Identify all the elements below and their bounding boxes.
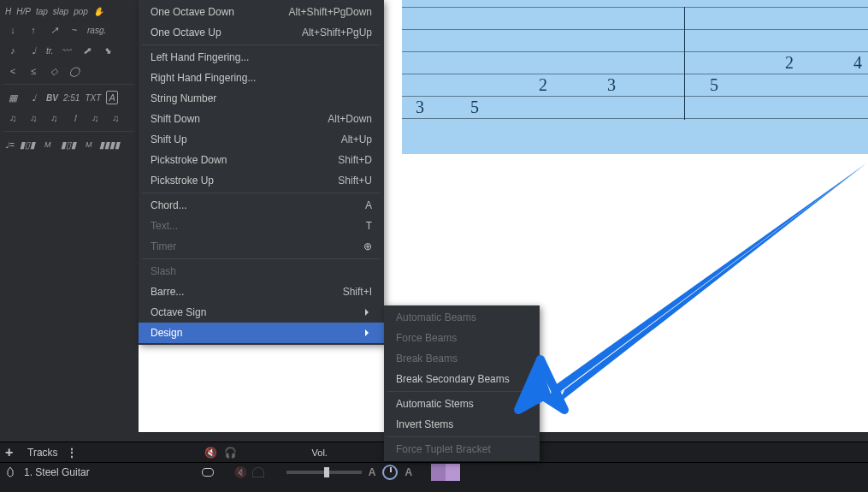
tool-bv[interactable]: BV — [46, 93, 58, 103]
tool-wavy-icon[interactable]: ~ — [67, 23, 82, 37]
tool-beam5-icon[interactable]: ♫ — [108, 111, 123, 125]
tool-note-icon[interactable]: ♩ — [26, 44, 41, 57]
tool-grace-icon[interactable]: ♪ — [5, 44, 21, 57]
tool-trill[interactable]: tr. — [46, 46, 54, 56]
design-submenu: Automatic BeamsForce BeamsBreak BeamsBre… — [384, 305, 540, 461]
tab-note[interactable]: 5 — [470, 98, 479, 117]
barline — [684, 7, 685, 120]
submenu-item-automatic-beams: Automatic Beams — [384, 307, 540, 328]
tab-note[interactable]: 3 — [416, 98, 424, 117]
automation-a-pan[interactable]: A — [404, 466, 412, 478]
add-track-button[interactable]: + — [5, 445, 19, 460]
tool-arpeggio-icon[interactable]: ↗ — [46, 23, 62, 37]
tab-note[interactable]: 5 — [710, 75, 718, 95]
tool-beam3-icon[interactable]: ♫ — [46, 111, 62, 125]
track-region[interactable] — [431, 464, 460, 481]
submenu-item-force-beams: Force Beams — [384, 328, 540, 348]
menu-item-one-octave-down[interactable]: One Octave DownAlt+Shift+PgDown — [139, 2, 384, 22]
tool-quarter-icon[interactable]: ♩ — [26, 91, 41, 104]
tool-accent-icon[interactable]: < — [5, 64, 21, 78]
tool-tempo-icon[interactable]: ♩= — [5, 140, 15, 150]
submenu-item-automatic-stems[interactable]: Automatic Stems — [384, 394, 540, 414]
menu-item-shift-up[interactable]: Shift UpAlt+Up — [139, 129, 384, 150]
menu-item-left-hand-fingering[interactable]: Left Hand Fingering... — [139, 47, 384, 68]
tool-bars3-icon[interactable]: ▮▮▮▮ — [102, 138, 117, 151]
tool-row-1: H H/P tap slap pop ✋ — [3, 3, 135, 20]
menu-item-one-octave-up[interactable]: One Octave UpAlt+Shift+PgUp — [139, 22, 384, 43]
menu-item-right-hand-fingering[interactable]: Right Hand Fingering... — [139, 68, 384, 88]
tool-marcato-icon[interactable]: ≤ — [26, 64, 41, 78]
tool-row-4: < ≤ ◇ ◯ — [3, 61, 135, 81]
track-instrument-icon[interactable] — [5, 466, 17, 478]
left-tool-palette: H H/P tap slap pop ✋ ↓ ↑ ↗ ~ rasg. ♪ ♩ t… — [0, 0, 139, 436]
tool-auto-icon[interactable]: 𝄔 — [67, 111, 82, 125]
menu-item-design[interactable]: Design — [139, 323, 384, 343]
tab-staff-selection[interactable]: 3523524 — [402, 0, 868, 154]
solo-headphone-icon[interactable] — [252, 467, 264, 477]
vol-label: Vol. — [312, 448, 328, 458]
tracks-label: Tracks — [27, 447, 58, 459]
tool-grid-icon[interactable]: ▦ — [5, 91, 21, 104]
tool-harmonic-icon[interactable]: ◇ — [46, 64, 62, 78]
tool-decrescendo-icon[interactable]: ⬊ — [100, 44, 115, 57]
submenu-item-break-beams: Break Beams — [384, 348, 540, 369]
tab-note[interactable]: 4 — [853, 53, 862, 73]
tool-rasg[interactable]: rasg. — [87, 26, 106, 35]
track-name[interactable]: 1. Steel Guitar — [24, 466, 90, 478]
headphone-header-icon: 🎧 — [224, 447, 235, 458]
tool-circle-icon[interactable]: ◯ — [67, 64, 82, 78]
context-menu: One Octave DownAlt+Shift+PgDownOne Octav… — [139, 0, 384, 345]
tool-beam1-icon[interactable]: ♫ — [5, 111, 21, 125]
tool-m1-icon[interactable]: M — [40, 138, 56, 151]
tool-tap[interactable]: tap — [36, 7, 48, 16]
tool-row-3: ♪ ♩ tr. 〰 ⬈ ⬊ — [3, 40, 135, 61]
tool-txt[interactable]: TXT — [85, 93, 101, 103]
menu-item-text: Text...T — [139, 216, 384, 236]
tool-row-6: ♫ ♫ ♫ 𝄔 ♫ ♫ — [3, 108, 135, 128]
tool-stroke-down-icon[interactable]: ↓ — [5, 23, 21, 37]
menu-item-chord[interactable]: Chord...A — [139, 195, 384, 216]
menu-item-timer: Timer⊕ — [139, 236, 384, 257]
tool-pop[interactable]: pop — [74, 7, 88, 16]
pan-knob[interactable] — [382, 465, 398, 480]
menu-item-string-number[interactable]: String Number — [139, 88, 384, 109]
menu-item-barre[interactable]: Barre...Shift+I — [139, 282, 384, 302]
tool-row-7: ♩= ▮▯▮ M ▮▯▮ M ▮▮▮▮ — [3, 134, 135, 155]
track-row-1[interactable]: 1. Steel Guitar 🔇 A A — [0, 462, 868, 481]
automation-a-vol[interactable]: A — [369, 466, 376, 478]
tool-timecode[interactable]: 2:51 — [63, 93, 80, 103]
mute-icon[interactable]: 🔇 — [234, 466, 245, 477]
volume-slider[interactable] — [286, 471, 362, 474]
menu-item-pickstroke-down[interactable]: Pickstroke DownShift+D — [139, 150, 384, 170]
tool-slap[interactable]: slap — [53, 7, 68, 16]
tool-row-2: ↓ ↑ ↗ ~ rasg. — [3, 20, 135, 40]
submenu-item-break-secondary-beams[interactable]: Break Secondary Beams — [384, 369, 540, 389]
tab-note[interactable]: 2 — [539, 75, 547, 95]
menu-item-shift-down[interactable]: Shift DownAlt+Down — [139, 109, 384, 129]
tool-hp-icon[interactable]: H/P — [16, 7, 31, 16]
submenu-item-invert-stems[interactable]: Invert Stems — [384, 414, 540, 435]
menu-item-octave-sign[interactable]: Octave Sign — [139, 302, 384, 323]
tool-crescendo-icon[interactable]: ⬈ — [80, 44, 95, 57]
tab-note[interactable]: 2 — [785, 53, 794, 73]
submenu-item-force-tuplet-bracket: Force Tuplet Bracket — [384, 439, 540, 459]
tool-m2-icon[interactable]: M — [81, 138, 97, 151]
menu-item-slash: Slash — [139, 261, 384, 282]
tool-palm-icon[interactable]: ✋ — [93, 7, 103, 16]
tracks-options-icon[interactable]: ⋮ — [67, 447, 76, 459]
menu-item-pickstroke-up[interactable]: Pickstroke UpShift+U — [139, 170, 384, 191]
tool-beam2-icon[interactable]: ♫ — [26, 111, 41, 125]
tool-bars1-icon[interactable]: ▮▯▮ — [20, 138, 35, 151]
tab-note[interactable]: 3 — [607, 75, 616, 95]
visibility-toggle-icon[interactable] — [202, 468, 214, 477]
tool-stroke-up-icon[interactable]: ↑ — [26, 23, 41, 37]
tool-box-a-icon[interactable]: A — [106, 91, 118, 104]
tool-tremolo-icon[interactable]: 〰 — [59, 44, 74, 57]
tool-beam4-icon[interactable]: ♫ — [87, 111, 103, 125]
mute-header-icon: 🔇 — [204, 447, 216, 458]
tool-h-icon[interactable]: H — [5, 7, 11, 16]
tool-bars2-icon[interactable]: ▮▯▮ — [61, 138, 76, 151]
tool-row-5: ▦ ♩ BV 2:51 TXT A — [3, 87, 135, 108]
